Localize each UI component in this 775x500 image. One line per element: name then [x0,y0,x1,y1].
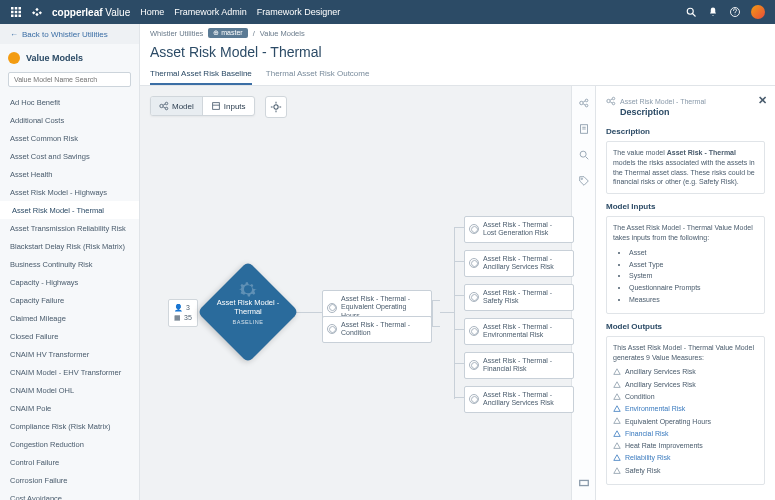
search-input[interactable] [8,72,131,87]
triangle-icon [613,430,621,438]
sidebar-item[interactable]: Blackstart Delay Risk (Risk Matrix) [0,237,139,255]
diamond-title: Asset Risk Model - Thermal [212,298,284,316]
sidebar-item[interactable]: Business Continuity Risk [0,255,139,273]
panel-model-icon [606,96,616,106]
tab[interactable]: Thermal Asset Risk Outcome [266,64,370,85]
output-item: Condition [613,392,758,402]
close-icon[interactable]: ✕ [758,94,767,107]
sidebar-item[interactable]: Asset Risk Model - Highways [0,183,139,201]
tab[interactable]: Thermal Asset Risk Baseline [150,64,252,85]
sidebar-item[interactable]: Additional Costs [0,111,139,129]
sidebar: ← Back to Whistler Utilities Value Model… [0,24,140,500]
grid-icon: ▦ [174,313,181,323]
diagram-node[interactable]: Asset Risk - Thermal - Safety Risk [464,284,574,311]
breadcrumb: Whistler Utilities ⊕ master / Value Mode… [140,24,775,42]
svg-line-28 [583,101,585,102]
output-item[interactable]: Reliability Risk [613,453,758,463]
svg-rect-2 [19,7,22,10]
output-item: Equivalent Operating Hours [613,417,758,427]
page-title: Asset Risk Model - Thermal [140,42,775,64]
input-item: Asset [629,248,758,258]
svg-line-41 [610,102,612,103]
svg-rect-8 [19,15,22,18]
output-item[interactable]: Environmental Risk [613,404,758,414]
sidebar-item[interactable]: Control Failure [0,453,139,471]
sidebar-item[interactable]: Corrosion Failure [0,471,139,489]
sidebar-item[interactable]: CNAIM Model - EHV Transformer [0,363,139,381]
svg-rect-1 [15,7,18,10]
diagram-node[interactable]: Asset Risk - Thermal - Ancillary Service… [464,386,574,413]
diagram-node[interactable]: Asset Risk - Thermal - Financial Risk [464,352,574,379]
info-panel: ✕ Asset Risk Model - Thermal Description… [595,86,775,500]
model-counts: 👤3 ▦35 [168,299,198,327]
top-bar: copperleaf Value Home Framework Admin Fr… [0,0,775,24]
svg-rect-5 [19,11,22,14]
rail-tag-icon[interactable] [577,174,591,188]
svg-point-27 [585,104,588,107]
outputs-head: Model Outputs [606,322,765,331]
sidebar-item[interactable]: Capacity Failure [0,291,139,309]
main-content: Whistler Utilities ⊕ master / Value Mode… [140,24,775,500]
breadcrumb-org[interactable]: Whistler Utilities [150,29,203,38]
avatar[interactable] [751,5,765,19]
input-item: Questionnaire Prompts [629,283,758,293]
description-text: The value model Asset Risk - Thermal mod… [606,141,765,194]
sidebar-item[interactable]: CNAIM HV Transformer [0,345,139,363]
sidebar-item[interactable]: Capacity - Highways [0,273,139,291]
sidebar-title: Value Models [26,53,83,63]
help-icon[interactable] [729,6,741,18]
branch-badge[interactable]: ⊕ master [208,28,247,38]
search-icon[interactable] [685,6,697,18]
rail-doc-icon[interactable] [577,122,591,136]
rail-search-icon[interactable] [577,148,591,162]
value-models-icon [8,52,20,64]
nav-framework-admin[interactable]: Framework Admin [174,7,247,17]
panel-title: Description [620,107,765,117]
rail-model-icon[interactable] [577,96,591,110]
canvas: Model Inputs [140,86,775,500]
back-arrow-icon: ← [10,30,18,39]
measure-icon [469,224,479,234]
sidebar-item[interactable]: Asset Health [0,165,139,183]
svg-rect-7 [15,15,18,18]
svg-point-25 [579,101,582,104]
sidebar-item[interactable]: Asset Common Risk [0,129,139,147]
diagram-node[interactable]: Asset Risk - Thermal - Lost Generation R… [464,216,574,243]
rail-expand-icon[interactable] [577,476,591,490]
svg-point-38 [612,97,615,100]
diagram-node[interactable]: Asset Risk - Thermal - Condition [322,316,432,343]
sidebar-item[interactable]: CNAIM Pole [0,399,139,417]
sidebar-item[interactable]: Compliance Risk (Risk Matrix) [0,417,139,435]
measure-icon [327,303,337,313]
sidebar-item[interactable]: Cost Avoidance [0,489,139,500]
diagram-node[interactable]: Asset Risk - Thermal - Environmental Ris… [464,318,574,345]
measure-icon [469,360,479,370]
svg-rect-36 [579,480,588,485]
nav-home[interactable]: Home [140,7,164,17]
measure-icon [469,258,479,268]
triangle-icon [613,368,621,376]
people-icon: 👤 [174,303,183,313]
inputs-box: The Asset Risk Model - Thermal Value Mod… [606,216,765,314]
diamond-node[interactable]: Asset Risk Model - Thermal BASELINE [197,261,299,363]
input-item: Asset Type [629,260,758,270]
triangle-icon [613,417,621,425]
diagram-node[interactable]: Asset Risk - Thermal - Ancillary Service… [464,250,574,277]
sidebar-item[interactable]: CNAIM Model OHL [0,381,139,399]
sidebar-item[interactable]: Asset Cost and Savings [0,147,139,165]
sidebar-item[interactable]: Asset Transmission Reliability Risk [0,219,139,237]
breadcrumb-section[interactable]: Value Models [260,29,305,38]
diagram[interactable]: 👤3 ▦35 Asset Risk Model - Thermal BASELI… [140,86,571,500]
sidebar-item[interactable]: Ad Hoc Benefit [0,93,139,111]
sidebar-item[interactable]: Closed Failure [0,327,139,345]
apps-icon[interactable] [10,6,22,18]
sidebar-item[interactable]: Asset Risk Model - Thermal [0,201,139,219]
bell-icon[interactable] [707,6,719,18]
back-link[interactable]: ← Back to Whistler Utilities [0,24,139,44]
sidebar-item[interactable]: Claimed Mileage [0,309,139,327]
svg-point-26 [585,99,588,102]
output-item[interactable]: Financial Risk [613,429,758,439]
sidebar-item[interactable]: Congestion Reduction [0,435,139,453]
svg-line-29 [583,104,585,105]
nav-framework-designer[interactable]: Framework Designer [257,7,341,17]
